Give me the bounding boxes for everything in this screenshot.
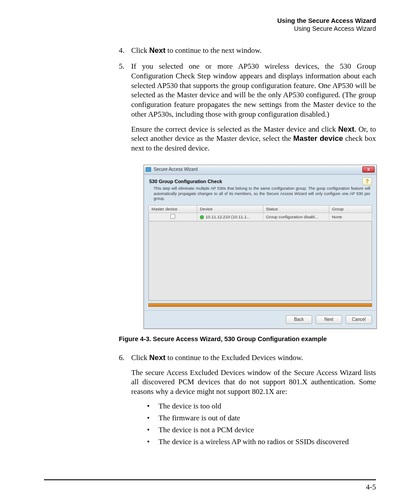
footer-rule bbox=[44, 479, 376, 480]
reason-list: The device is too old The firmware is ou… bbox=[144, 400, 376, 448]
col-status: Status bbox=[263, 205, 329, 213]
list-item: The device is not a PCM device bbox=[144, 424, 376, 436]
table-header-row: Master device Device Status Group bbox=[149, 205, 372, 213]
step-5: 5. If you selected one or more AP530 wir… bbox=[119, 62, 376, 343]
step-marker: 6. bbox=[119, 353, 125, 363]
step-marker: 4. bbox=[119, 46, 125, 55]
list-item: The device is too old bbox=[144, 400, 376, 412]
table-empty-area bbox=[148, 221, 372, 301]
step6-p2: The secure Access Excluded Devices windo… bbox=[131, 368, 376, 397]
step-list: 4. Click Next to continue to the next wi… bbox=[119, 46, 376, 448]
back-button[interactable]: Back bbox=[286, 315, 312, 324]
next-button[interactable]: Next bbox=[316, 315, 342, 324]
device-table: Master device Device Status Group 10.11.… bbox=[148, 205, 372, 221]
col-master: Master device bbox=[149, 205, 197, 213]
header-subtitle: Using Secure Access Wizard bbox=[44, 25, 376, 33]
status-dot-icon bbox=[200, 215, 204, 219]
page-number: 4-5 bbox=[366, 483, 376, 492]
list-item: The device is a wireless AP with no radi… bbox=[144, 436, 376, 448]
cell-status: Group configuration disabl... bbox=[263, 213, 329, 221]
step-4: 4. Click Next to continue to the next wi… bbox=[119, 46, 376, 55]
step5-body: If you selected one or more AP530 wirele… bbox=[131, 62, 376, 118]
help-button[interactable]: ? bbox=[362, 177, 372, 185]
step5-p2: Ensure the correct device is selected as… bbox=[131, 125, 376, 153]
content-area: 4. Click Next to continue to the next wi… bbox=[44, 46, 376, 448]
table-row[interactable]: 10.11.12.210 (10.11.1... Group configura… bbox=[149, 213, 372, 221]
col-device: Device bbox=[197, 205, 263, 213]
master-checkbox[interactable] bbox=[170, 214, 175, 219]
dialog-footer: Back Next Cancel bbox=[144, 310, 376, 328]
bold-next: Next bbox=[149, 46, 166, 55]
text: Click bbox=[131, 46, 149, 55]
figure-caption: Figure 4-3. Secure Access Wizard, 530 Gr… bbox=[119, 335, 376, 343]
col-group: Group bbox=[329, 205, 372, 213]
list-item: The firmware is out of date bbox=[144, 412, 376, 424]
wizard-dialog: Secure Access Wizard X 530 Group Configu… bbox=[144, 165, 377, 329]
cell-group: None bbox=[329, 213, 372, 221]
step-6: 6. Click Next to continue to the Exclude… bbox=[119, 353, 376, 448]
page-header: Using the Secure Access Wizard Using Sec… bbox=[44, 17, 376, 33]
close-button[interactable]: X bbox=[362, 166, 375, 173]
dialog-note: This step will eliminate multiple AP 530… bbox=[148, 185, 372, 205]
progress-bar bbox=[148, 303, 372, 307]
cancel-button[interactable]: Cancel bbox=[346, 315, 372, 324]
text: to continue to the next window. bbox=[166, 46, 262, 55]
dialog-heading: 530 Group Configuration Check bbox=[148, 177, 362, 185]
cell-device: 10.11.12.210 (10.11.1... bbox=[206, 214, 250, 219]
window-title: Secure Access Wizard bbox=[154, 167, 362, 173]
header-title: Using the Secure Access Wizard bbox=[44, 17, 376, 25]
titlebar: Secure Access Wizard X bbox=[144, 165, 376, 175]
dialog-body: 530 Group Configuration Check ? This ste… bbox=[144, 175, 376, 310]
step-marker: 5. bbox=[119, 62, 125, 71]
app-icon bbox=[146, 167, 151, 172]
